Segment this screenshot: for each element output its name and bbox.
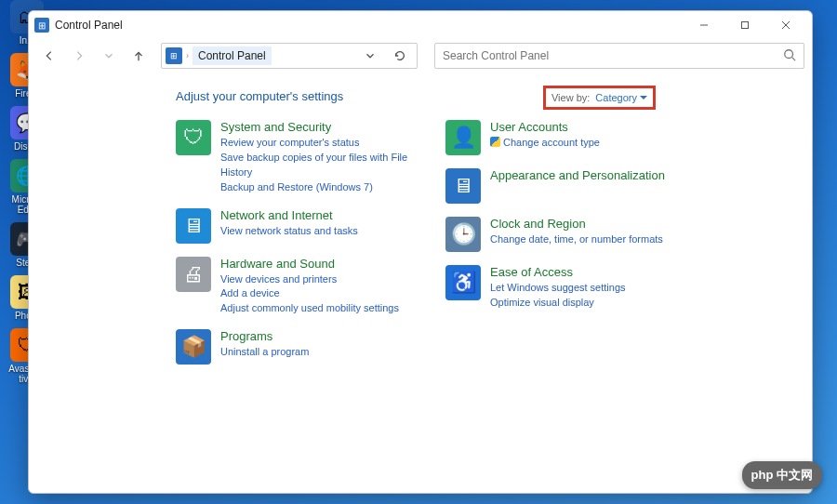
left-column: 🛡System and SecurityReview your computer… xyxy=(176,120,418,365)
back-button[interactable] xyxy=(36,43,62,69)
view-by-label: View by: xyxy=(551,92,590,103)
control-panel-window: ⊞ Control Panel ⊞ › Control Panel xyxy=(28,10,813,494)
svg-rect-1 xyxy=(742,22,749,29)
view-by-dropdown[interactable]: Category xyxy=(595,92,647,103)
category-title[interactable]: User Accounts xyxy=(490,120,687,136)
forward-button[interactable] xyxy=(66,43,92,69)
category: 🖨Hardware and SoundView devices and prin… xyxy=(176,257,418,317)
category: 🕒Clock and RegionChange date, time, or n… xyxy=(445,217,687,252)
category-link[interactable]: Save backup copies of your files with Fi… xyxy=(220,151,418,180)
toolbar: ⊞ › Control Panel xyxy=(29,39,812,73)
category-title[interactable]: Programs xyxy=(220,329,418,345)
category-title[interactable]: Clock and Region xyxy=(490,217,687,232)
minimize-button[interactable] xyxy=(684,12,724,38)
category: 🖥Appearance and Personalization xyxy=(445,168,687,204)
search-input[interactable] xyxy=(443,49,783,62)
category-columns: 🛡System and SecurityReview your computer… xyxy=(176,120,784,365)
category: ♿Ease of AccessLet Windows suggest setti… xyxy=(445,265,687,311)
category-link[interactable]: Change date, time, or number formats xyxy=(490,232,687,247)
right-column: 👤User AccountsChange account type🖥Appear… xyxy=(445,120,687,365)
category: 👤User AccountsChange account type xyxy=(445,120,687,155)
category-title[interactable]: Network and Internet xyxy=(220,208,418,224)
address-icon: ⊞ xyxy=(166,47,182,64)
svg-point-5 xyxy=(785,49,793,58)
category-icon[interactable]: 📦 xyxy=(176,329,211,365)
watermark-badge: php 中文网 xyxy=(742,461,822,489)
chevron-down-icon xyxy=(640,94,647,101)
page-title: Adjust your computer's settings xyxy=(176,89,784,103)
category-link[interactable]: Adjust commonly used mobility settings xyxy=(220,301,418,316)
category-link[interactable]: Uninstall a program xyxy=(220,345,418,360)
address-bar[interactable]: ⊞ › Control Panel xyxy=(161,43,418,69)
desktop: 🗂In...🦊Fire...💬Disc...🌐Micro... Ed...🎮St… xyxy=(0,0,837,504)
category-link[interactable]: View network status and tasks xyxy=(220,224,418,239)
category-link[interactable]: Optimize visual display xyxy=(490,296,687,311)
category-title[interactable]: Ease of Access xyxy=(490,265,687,281)
category: 🖥Network and InternetView network status… xyxy=(176,208,418,244)
view-by-value: Category xyxy=(595,92,637,103)
content-area: Adjust your computer's settings View by:… xyxy=(29,73,812,493)
svg-marker-7 xyxy=(640,96,647,99)
category-icon[interactable]: 🛡 xyxy=(176,120,211,155)
breadcrumb[interactable]: Control Panel xyxy=(193,46,272,65)
category-link[interactable]: Backup and Restore (Windows 7) xyxy=(220,180,418,195)
up-button[interactable] xyxy=(126,43,152,69)
close-button[interactable] xyxy=(765,12,806,38)
address-dropdown[interactable] xyxy=(357,43,383,69)
shield-icon xyxy=(490,137,500,147)
category-link[interactable]: Review your computer's status xyxy=(220,136,418,151)
app-icon: ⊞ xyxy=(34,18,49,33)
category: 🛡System and SecurityReview your computer… xyxy=(176,120,418,195)
category-title[interactable]: Hardware and Sound xyxy=(220,257,418,272)
search-bar[interactable] xyxy=(434,43,804,69)
category-icon[interactable]: 🖥 xyxy=(445,168,481,204)
chevron-right-icon: › xyxy=(186,51,189,60)
search-icon xyxy=(783,48,796,64)
titlebar: ⊞ Control Panel xyxy=(29,11,812,39)
window-title: Control Panel xyxy=(55,19,123,32)
category-icon[interactable]: 🖥 xyxy=(176,208,211,244)
category-icon[interactable]: 🕒 xyxy=(445,217,481,252)
category: 📦ProgramsUninstall a program xyxy=(176,329,418,365)
svg-line-6 xyxy=(792,57,796,60)
view-by-highlight: View by: Category xyxy=(543,86,656,110)
refresh-button[interactable] xyxy=(387,43,413,69)
recent-dropdown[interactable] xyxy=(96,43,122,69)
category-icon[interactable]: 👤 xyxy=(445,120,481,155)
category-link[interactable]: View devices and printers xyxy=(220,272,418,287)
category-title[interactable]: System and Security xyxy=(220,120,418,136)
category-link[interactable]: Let Windows suggest settings xyxy=(490,281,687,296)
category-link[interactable]: Add a device xyxy=(220,286,418,301)
category-icon[interactable]: 🖨 xyxy=(176,257,211,292)
category-link[interactable]: Change account type xyxy=(490,136,687,151)
category-icon[interactable]: ♿ xyxy=(445,265,481,300)
category-title[interactable]: Appearance and Personalization xyxy=(490,168,687,184)
maximize-button[interactable] xyxy=(724,12,765,38)
